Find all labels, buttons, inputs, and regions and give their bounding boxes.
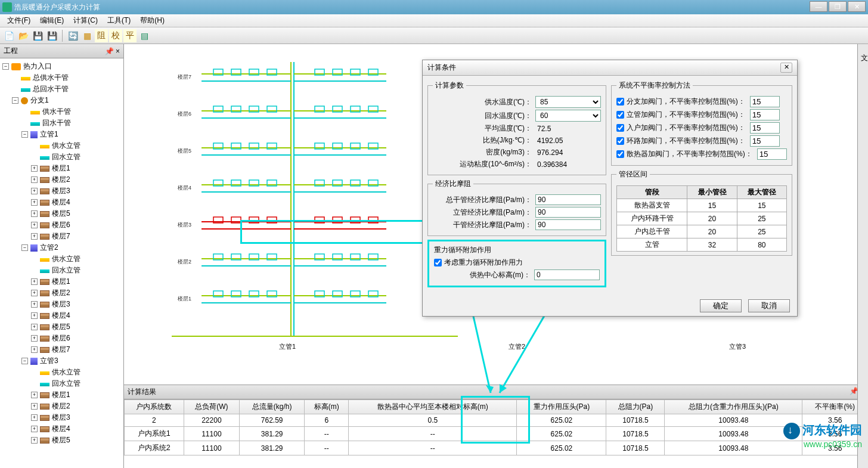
expander-icon[interactable]: + (31, 437, 38, 444)
results-cell[interactable]: -- (349, 427, 517, 441)
tree-floor[interactable]: 楼层2 (52, 401, 70, 411)
tree-floor[interactable]: 楼层3 (52, 299, 70, 309)
tree-floor[interactable]: 楼层7 (52, 231, 70, 241)
results-cell[interactable]: -- (349, 441, 517, 455)
dialog-titlebar[interactable]: 计算条件 ✕ (423, 60, 797, 76)
expander-icon[interactable]: − (12, 97, 18, 104)
ok-button[interactable]: 确定 (700, 299, 742, 312)
tool-button-3[interactable]: 平 (123, 29, 137, 42)
menu-tool[interactable]: 工具(T) (103, 14, 135, 27)
results-cell[interactable]: 11100 (184, 427, 239, 441)
diam-cell[interactable]: 32 (687, 238, 737, 252)
cancel-button[interactable]: 取消 (748, 299, 790, 312)
tree-floor[interactable]: 楼层2 (52, 288, 70, 298)
results-cell[interactable]: 10093.48 (665, 414, 802, 427)
pin-icon[interactable]: 📌 (105, 47, 114, 55)
tree-floor[interactable]: 楼层5 (52, 209, 70, 219)
diam-cell[interactable]: 20 (687, 212, 737, 225)
tree-floor[interactable]: 楼层7 (52, 345, 70, 355)
tree-floor[interactable]: 楼层3 (52, 413, 70, 423)
imbal-riser-input[interactable] (750, 109, 780, 120)
expander-icon[interactable]: − (21, 358, 28, 364)
tree-return-riser[interactable]: 回水立管 (52, 265, 80, 275)
right-docked-tab[interactable]: 文 (857, 44, 868, 468)
diam-cell[interactable]: 25 (737, 212, 786, 225)
tree-supply-main[interactable]: 总供水干管 (33, 73, 69, 83)
tree-floor[interactable]: 楼层5 (52, 322, 70, 332)
expander-icon[interactable]: + (31, 278, 38, 285)
results-cell[interactable]: 10093.48 (665, 441, 802, 455)
tree-riser2[interactable]: 立管2 (40, 243, 58, 253)
grid-button[interactable]: ▦ (80, 29, 94, 42)
tree-floor[interactable]: 楼层4 (52, 311, 70, 321)
results-cell[interactable]: 381.29 (239, 441, 305, 455)
expander-icon[interactable]: − (21, 244, 28, 251)
results-cell[interactable]: 2 (125, 414, 184, 427)
tree-floor[interactable]: 楼层6 (52, 220, 70, 230)
tree-return-riser[interactable]: 回水立管 (52, 152, 80, 162)
panel-close-icon[interactable]: × (116, 47, 120, 55)
tree-return-branch[interactable]: 回水干管 (42, 118, 71, 128)
open-button[interactable]: 📂 (17, 29, 30, 42)
diam-cell[interactable]: 20 (687, 225, 737, 238)
imbal-radiator-input[interactable] (757, 148, 787, 160)
supply-temp-select[interactable]: 85 (535, 96, 601, 108)
tree-floor[interactable]: 楼层4 (52, 424, 70, 434)
gravity-checkbox[interactable] (434, 259, 442, 266)
maximize-button[interactable]: ❐ (829, 1, 847, 12)
tree-supply-riser[interactable]: 供水立管 (52, 367, 80, 377)
expander-icon[interactable]: + (31, 324, 38, 330)
tree-supply-branch[interactable]: 供水干管 (42, 107, 71, 117)
imbal-entry-input[interactable] (750, 122, 780, 134)
saveas-button[interactable]: 💾 (45, 29, 58, 42)
imbal-radiator-check[interactable] (616, 150, 624, 158)
results-cell[interactable]: -- (305, 441, 349, 455)
imbal-entry-check[interactable] (616, 124, 624, 132)
tree-branch1[interactable]: 分支1 (30, 95, 49, 106)
results-cell[interactable]: 10718.5 (606, 414, 665, 427)
diam-cell[interactable]: 25 (737, 225, 786, 238)
tree-riser1[interactable]: 立管1 (40, 129, 58, 140)
dialog-close-button[interactable]: ✕ (780, 63, 792, 73)
diam-cell[interactable]: 80 (737, 238, 786, 252)
expander-icon[interactable]: + (31, 188, 38, 194)
results-cell[interactable]: 0.5 (349, 414, 517, 427)
results-cell[interactable]: -- (305, 427, 349, 441)
expander-icon[interactable]: + (31, 199, 38, 206)
expander-icon[interactable]: + (31, 403, 38, 410)
return-temp-select[interactable]: 60 (535, 110, 601, 122)
results-cell[interactable]: 625.02 (517, 414, 606, 427)
results-cell[interactable]: 762.59 (239, 414, 305, 427)
imbal-loop-check[interactable] (616, 137, 624, 145)
tree-floor[interactable]: 楼层3 (52, 186, 70, 196)
tree-supply-riser[interactable]: 供水立管 (52, 141, 80, 151)
results-cell[interactable]: 10093.48 (665, 427, 802, 441)
excel-button[interactable]: ▤ (138, 29, 151, 42)
tool-button-2[interactable]: 校 (109, 29, 122, 42)
expander-icon[interactable]: + (31, 426, 38, 432)
results-cell[interactable]: 625.02 (517, 427, 606, 441)
tree-floor[interactable]: 楼层6 (52, 333, 70, 343)
tree-floor[interactable]: 楼层2 (52, 175, 70, 185)
expander-icon[interactable]: + (31, 335, 38, 342)
expander-icon[interactable]: + (31, 176, 38, 183)
expander-icon[interactable]: − (2, 63, 9, 70)
tree-riser3[interactable]: 立管3 (40, 356, 58, 366)
menu-calc[interactable]: 计算(C) (69, 14, 103, 27)
diam-cell[interactable]: 散热器支管 (617, 199, 687, 212)
close-button[interactable]: ✕ (848, 1, 866, 12)
expander-icon[interactable]: + (31, 392, 38, 398)
tree-floor[interactable]: 楼层1 (52, 163, 70, 173)
expander-icon[interactable]: + (31, 346, 38, 353)
tree-return-main[interactable]: 总回水干管 (33, 84, 69, 94)
results-cell[interactable]: 户内系统2 (125, 441, 184, 455)
expander-icon[interactable]: + (31, 222, 38, 228)
results-cell[interactable]: 户内系统1 (125, 427, 184, 441)
expander-icon[interactable]: − (21, 131, 28, 138)
results-cell[interactable]: 6 (305, 414, 349, 427)
diam-cell[interactable]: 立管 (617, 238, 687, 252)
tool-button-1[interactable]: 阻 (95, 29, 108, 42)
tree-floor[interactable]: 楼层5 (52, 435, 70, 445)
tree-supply-riser[interactable]: 供水立管 (52, 254, 80, 264)
diam-cell[interactable]: 户内总干管 (617, 225, 687, 238)
